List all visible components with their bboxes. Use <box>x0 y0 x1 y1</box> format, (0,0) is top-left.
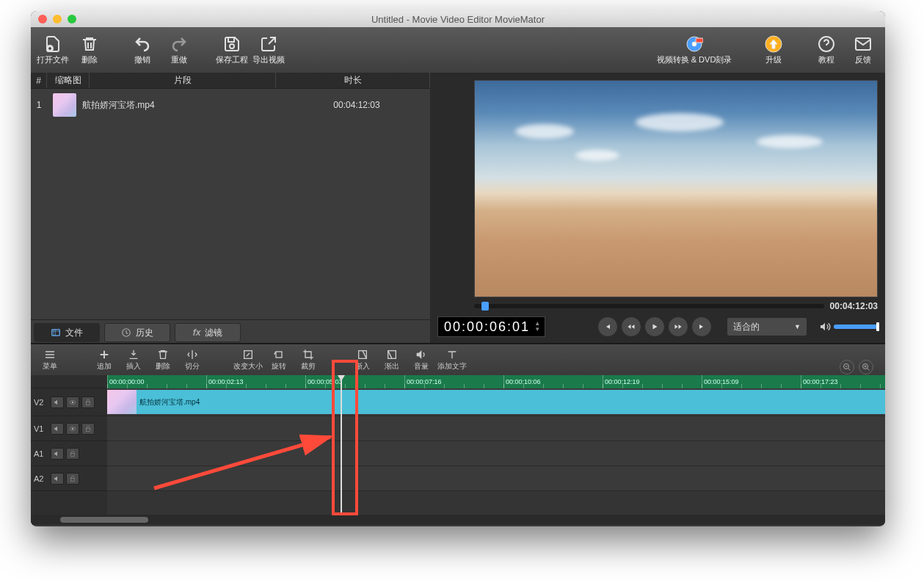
skip-next-icon <box>697 322 706 331</box>
svg-rect-9 <box>52 330 60 336</box>
track-a1[interactable] <box>107 441 885 466</box>
zoom-out-button[interactable] <box>840 360 854 374</box>
lock-icon <box>84 425 92 432</box>
undo-button[interactable]: 撤销 <box>125 29 160 70</box>
fadeout-button[interactable]: 渐出 <box>379 346 405 374</box>
video-preview[interactable] <box>474 80 878 297</box>
feedback-button[interactable]: 反馈 <box>845 29 881 70</box>
upgrade-button[interactable]: 升级 <box>756 29 791 70</box>
track-labels: V2 V1 A1 A2 <box>31 375 107 515</box>
mute-v2[interactable] <box>51 396 64 408</box>
mute-v1[interactable] <box>51 423 64 435</box>
timecode-display[interactable]: 00:00:06:01 ▲ ▼ <box>437 316 545 337</box>
dvd-icon <box>685 35 703 53</box>
menu-button[interactable]: 菜单 <box>37 346 63 374</box>
trash-icon <box>81 35 98 53</box>
svg-point-18 <box>72 401 74 403</box>
volume-icon[interactable] <box>819 321 831 333</box>
rotate-button[interactable]: 旋转 <box>266 346 292 374</box>
track-label-a2: A2 <box>31 466 107 491</box>
playhead[interactable] <box>341 375 342 515</box>
forward-button[interactable] <box>668 316 688 337</box>
progress-bar[interactable] <box>474 304 824 308</box>
speaker-icon <box>54 425 61 432</box>
close-window-button[interactable] <box>38 15 47 23</box>
scroll-thumb[interactable] <box>60 517 148 523</box>
fadein-button[interactable]: 渐入 <box>349 346 376 374</box>
zoom-fit-select[interactable]: 适合的 ▼ <box>727 317 807 336</box>
tutorial-button[interactable]: 教程 <box>809 29 844 70</box>
track-v1[interactable] <box>107 416 885 441</box>
svg-rect-23 <box>71 453 75 456</box>
maximize-window-button[interactable] <box>68 15 76 23</box>
redo-button[interactable]: 重做 <box>161 29 197 70</box>
open-file-button[interactable]: 打开文件 <box>35 29 70 70</box>
volume-button[interactable]: 音量 <box>408 346 434 374</box>
lock-a1[interactable] <box>66 448 79 460</box>
lock-a2[interactable] <box>66 473 79 485</box>
split-icon <box>186 349 198 360</box>
track-v2[interactable]: 航拍娇河宝塔.mp4 <box>107 388 885 416</box>
speaker-icon <box>54 399 61 406</box>
add-text-button[interactable]: 添加文字 <box>437 346 467 374</box>
file-plus-icon <box>44 35 62 53</box>
tab-filters[interactable]: fx 滤镜 <box>175 323 241 342</box>
svg-rect-22 <box>87 428 90 431</box>
playlist-header: # 缩略图 片段 时长 <box>31 73 430 89</box>
mute-a2[interactable] <box>51 473 64 485</box>
zoom-out-icon <box>843 363 851 371</box>
timecode-down[interactable]: ▼ <box>533 327 543 333</box>
video-clip[interactable]: 航拍娇河宝塔.mp4 <box>107 390 885 414</box>
total-duration: 00:04:12:03 <box>830 301 878 311</box>
resize-button[interactable]: 改变大小 <box>233 346 263 374</box>
tab-history[interactable]: 历史 <box>104 323 170 342</box>
svg-rect-14 <box>388 350 396 358</box>
lock-icon <box>69 475 76 482</box>
timeline-scrollbar[interactable] <box>31 515 885 525</box>
plus-icon <box>98 349 110 360</box>
delete-button[interactable]: 删除 <box>72 29 107 70</box>
fadein-icon <box>357 349 368 360</box>
rewind-button[interactable] <box>621 316 641 337</box>
hide-v1[interactable] <box>66 423 79 435</box>
insert-button[interactable]: 插入 <box>120 346 147 374</box>
skip-start-button[interactable] <box>597 316 618 337</box>
skip-end-button[interactable] <box>691 316 712 337</box>
fx-icon: fx <box>193 327 201 338</box>
split-button[interactable]: 切分 <box>179 346 205 374</box>
resize-icon <box>242 349 254 360</box>
svg-point-21 <box>72 427 74 429</box>
progress-knob[interactable] <box>481 302 489 311</box>
track-label-a1: A1 <box>31 441 107 466</box>
mute-a1[interactable] <box>51 448 64 460</box>
playlist-row[interactable]: 1 航拍娇河宝塔.mp4 00:04:12:03 <box>31 89 430 121</box>
play-button[interactable] <box>644 316 665 337</box>
volume-slider[interactable] <box>834 325 878 329</box>
history-icon <box>121 327 131 338</box>
track-area[interactable]: 00:00:00:00 00:00:02:13 00:00:05:03 00:0… <box>107 375 885 515</box>
fadeout-icon <box>386 349 398 360</box>
speaker-icon <box>54 475 61 482</box>
append-button[interactable]: 追加 <box>91 346 117 374</box>
col-clip[interactable]: 片段 <box>90 73 276 88</box>
zoom-in-button[interactable] <box>859 360 873 374</box>
svg-rect-19 <box>87 402 90 405</box>
eye-icon <box>69 399 76 406</box>
col-duration[interactable]: 时长 <box>276 73 430 88</box>
tl-delete-button[interactable]: 删除 <box>150 346 176 374</box>
track-a2[interactable] <box>107 466 885 491</box>
convert-dvd-button[interactable]: 视频转换 & DVD刻录 <box>650 29 738 70</box>
timeline-ruler[interactable]: 00:00:00:00 00:00:02:13 00:00:05:03 00:0… <box>107 375 885 388</box>
col-index[interactable]: # <box>31 73 47 88</box>
tab-file[interactable]: 文件 <box>34 323 100 342</box>
crop-button[interactable]: 裁剪 <box>295 346 321 374</box>
app-window: Untitled - Movie Video Editor MovieMator… <box>31 11 885 526</box>
col-thumbnail[interactable]: 缩略图 <box>47 73 90 88</box>
lock-v1[interactable] <box>81 423 95 435</box>
playlist-rows: 1 航拍娇河宝塔.mp4 00:04:12:03 <box>31 89 430 319</box>
lock-v2[interactable] <box>81 396 95 408</box>
minimize-window-button[interactable] <box>53 15 62 23</box>
save-project-button[interactable]: 保存工程 <box>214 29 250 70</box>
export-video-button[interactable]: 导出视频 <box>251 29 286 70</box>
hide-v2[interactable] <box>66 396 79 408</box>
